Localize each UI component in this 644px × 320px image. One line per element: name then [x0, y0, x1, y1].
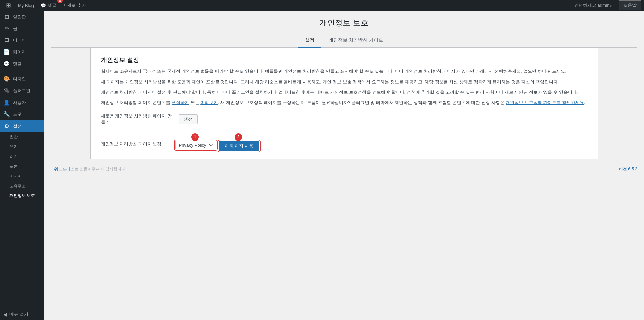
add-new-label: + 새로 추가 — [63, 2, 86, 8]
section-title: 개인정보 설정 — [101, 56, 587, 64]
sub-menu-reading[interactable]: 읽기 — [0, 152, 44, 162]
users-icon: 👤 — [3, 99, 10, 106]
sidebar-item-media[interactable]: 🖼 미디어 — [0, 35, 44, 46]
comments-icon: 💬 — [3, 61, 10, 67]
generate-button[interactable]: 생성 — [179, 114, 198, 124]
plugins-icon: 🔌 — [3, 87, 10, 94]
sub-menu-label: 고유주소 — [9, 183, 26, 189]
tools-icon: 🔧 — [3, 111, 10, 118]
adminbar-comments[interactable]: 💬 댓글 0 — [37, 0, 60, 11]
site-name-label: My Blog — [18, 3, 34, 8]
footer: 워드프레스로 만들어주셔서 감사합니다. 버전 6.5.3 — [51, 166, 637, 172]
sub-menu-discussion[interactable]: 토론 — [0, 162, 44, 171]
footer-version: 버전 6.5.3 — [619, 166, 637, 172]
sub-menu-label: 일반 — [9, 134, 18, 140]
nav-tabs: 설정 개인정보 처리방침 가이드 — [51, 34, 637, 48]
guide-link[interactable]: 개인정보 보호정책 가이드를 확인하세요 — [506, 100, 584, 105]
dashboard-icon: ⊞ — [3, 14, 10, 20]
edit-link[interactable]: 편집하기 — [172, 100, 189, 105]
sidebar-item-label: 설정 — [13, 123, 22, 129]
sidebar-item-label: 미디어 — [13, 37, 26, 43]
admin-bar: ⊞ My Blog 💬 댓글 0 + 새로 추가 안녕하세요 admin님 도움… — [0, 0, 644, 11]
sidebar-item-dashboard[interactable]: ⊞ 알림판 — [0, 11, 44, 23]
change-page-label: 개인정보 처리방침 페이지 변경 — [101, 132, 175, 147]
sidebar-item-plugins[interactable]: 🔌 플러그인 — [0, 85, 44, 97]
sidebar-item-label: 댓글 — [13, 61, 22, 67]
privacy-policy-select[interactable]: Privacy Policy — [175, 141, 216, 149]
adminbar-comments-label: 댓글 — [48, 2, 57, 8]
preview-link[interactable]: 미리보기 — [200, 100, 218, 105]
adminbar-site-name[interactable]: My Blog — [15, 0, 37, 11]
menu-separator — [0, 71, 44, 71]
wordpress-icon: ⊞ — [6, 2, 11, 9]
pages-icon: 📄 — [3, 49, 10, 55]
adminbar-add-new[interactable]: + 새로 추가 — [60, 0, 89, 11]
tab-guide[interactable]: 개인정보 처리방침 가이드 — [321, 34, 391, 48]
sidebar-item-label: 글 — [13, 26, 17, 32]
sub-menu-writing[interactable]: 쓰기 — [0, 142, 44, 152]
comment-icon: 💬 — [41, 3, 46, 8]
new-page-row: 새로운 개인정보 처리방침 페이지 만들기 생성 — [101, 113, 587, 125]
sidebar-item-label: 알림판 — [13, 14, 26, 20]
collapse-menu-button[interactable]: ◀ 메뉴 접기 — [0, 308, 44, 320]
settings-icon: ⚙ — [3, 123, 10, 129]
sidebar-item-label: 페이지 — [13, 49, 26, 55]
settings-panel: 개인정보 설정 웹사이트 소유자로서 국내적 또는 국제적 개인정보 법률을 따… — [90, 48, 598, 159]
footer-credit-rest: 로 만들어주셔서 감사합니다. — [74, 167, 127, 171]
adminbar-wp-logo[interactable]: ⊞ — [3, 0, 15, 11]
footer-link[interactable]: 워드프레스 — [54, 167, 74, 171]
collapse-label: 메뉴 접기 — [9, 311, 28, 317]
collapse-icon: ◀ — [3, 312, 7, 317]
sub-menu-privacy[interactable]: 개인정보 보호 — [0, 191, 44, 201]
change-page-section: 개인정보 처리방침 페이지 변경 1 Privacy Policy — [101, 132, 587, 151]
desc-2: 새 페이지는 개인정보 처리방침을 위한 도움과 제안이 포함될 것입니다. 그… — [101, 79, 587, 86]
sidebar-item-label: 도구 — [13, 111, 22, 118]
use-page-button[interactable]: 이 페이지 사용 — [219, 141, 259, 151]
sidebar-item-design[interactable]: 🎨 디자인 — [0, 73, 44, 85]
help-button[interactable]: 도움말 — [619, 0, 641, 10]
sidebar-item-label: 디자인 — [13, 76, 26, 82]
tab-settings[interactable]: 설정 — [298, 34, 321, 48]
desc-4: 개인정보 처리방침 페이지 콘텐츠를 편집하기 또는 미리보기. 새 개인정보 … — [101, 99, 587, 106]
footer-credit-link: 워드프레스 — [54, 167, 74, 171]
sidebar-item-settings[interactable]: ⚙ 설정 — [0, 120, 44, 132]
desc4-before: 개인정보 처리방침 페이지 콘텐츠를 — [101, 100, 172, 105]
sub-menu-label: 미디어 — [9, 173, 22, 179]
badge-2: 2 — [235, 133, 242, 141]
sidebar-item-users[interactable]: 👤 사용자 — [0, 97, 44, 108]
sub-menu-general[interactable]: 일반 — [0, 132, 44, 142]
sub-menu-permalinks[interactable]: 고유주소 — [0, 181, 44, 191]
new-page-label: 새로운 개인정보 처리방침 페이지 만들기 — [101, 113, 175, 125]
sidebar-item-posts[interactable]: ✏ 글 — [0, 23, 44, 35]
sub-menu-label: 쓰기 — [9, 144, 18, 150]
sidebar-item-label: 플러그인 — [13, 88, 30, 94]
page-title: 개인정보 보호 — [51, 18, 637, 28]
badge-1: 1 — [191, 133, 199, 141]
sub-menu-label: 읽기 — [9, 154, 18, 159]
desc4-after: . 새 개인정보 보호정책 페이지를 구성하는 데 도움이 필요하십니까? 플러… — [218, 100, 506, 105]
sub-menu-label: 개인정보 보호 — [9, 193, 35, 199]
desc4-middle: 또는 — [189, 100, 200, 105]
posts-icon: ✏ — [3, 25, 10, 32]
desc-1: 웹사이트 소유자로서 국내적 또는 국제적 개인정보 법률을 따라야 할 수도 … — [101, 68, 587, 75]
sidebar-item-comments[interactable]: 💬 댓글 — [0, 58, 44, 70]
sub-menu-label: 토론 — [9, 164, 18, 169]
sub-menu-media[interactable]: 미디어 — [0, 171, 44, 181]
design-icon: 🎨 — [3, 76, 10, 82]
desc-3: 개인정보 처리방침 페이지이 설정 후 편집해야 합니다. 특히 테마나 플러그… — [101, 89, 587, 96]
sidebar-item-pages[interactable]: 📄 페이지 — [0, 46, 44, 58]
sidebar: ⊞ 알림판 ✏ 글 🖼 미디어 📄 페이지 💬 댓글 🎨 디자인 🔌 플러그인 — [0, 11, 44, 320]
adminbar-greeting: 안녕하세요 admin님 — [571, 2, 617, 8]
content-area: 개인정보 보호 설정 개인정보 처리방침 가이드 개인정보 설정 웹사이트 소유… — [44, 11, 644, 320]
sidebar-item-label: 사용자 — [13, 100, 26, 106]
media-icon: 🖼 — [3, 37, 10, 43]
sidebar-item-tools[interactable]: 🔧 도구 — [0, 108, 44, 120]
